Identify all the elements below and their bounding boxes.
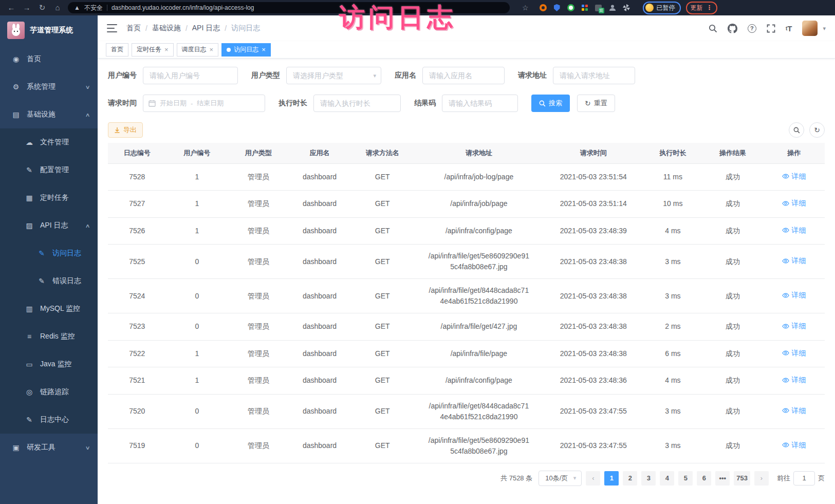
pagination: 共 7528 条 10条/页 ▾ ‹ 123456•••753 › 前往 页 <box>108 471 825 491</box>
search-button[interactable]: 搜索 <box>531 95 570 112</box>
user-id-input[interactable] <box>143 67 238 84</box>
extension-shield-icon[interactable] <box>553 4 561 12</box>
detail-link[interactable]: 详细 <box>782 321 806 331</box>
detail-link[interactable]: 详细 <box>782 375 806 385</box>
app-name-input[interactable] <box>422 67 505 84</box>
page-button-3[interactable]: 3 <box>641 471 656 486</box>
reload-icon[interactable]: ↻ <box>37 0 47 15</box>
fullscreen-icon[interactable] <box>767 24 775 33</box>
close-icon[interactable]: × <box>210 46 214 53</box>
detail-link[interactable]: 详细 <box>782 440 806 451</box>
sidebar-toggle-icon[interactable] <box>107 24 117 32</box>
result-code-input[interactable] <box>442 95 518 112</box>
sidebar-item-Redis 监控[interactable]: ≡Redis 监控 <box>0 323 98 350</box>
detail-link[interactable]: 详细 <box>782 225 806 236</box>
eye-icon <box>782 257 789 265</box>
page-button-1[interactable]: 1 <box>604 471 619 486</box>
date-range-picker[interactable]: 开始日期 - 结束日期 <box>143 95 265 112</box>
browser-profile-button[interactable]: 已暂停 <box>643 2 681 14</box>
duration-input[interactable] <box>313 95 401 112</box>
cell-操作结果: 成功 <box>702 367 763 395</box>
detail-link[interactable]: 详细 <box>782 405 806 416</box>
sidebar-item-配置管理[interactable]: ✎配置管理 <box>0 156 98 184</box>
page-button-4[interactable]: 4 <box>660 471 674 486</box>
user-avatar[interactable] <box>802 21 818 36</box>
search-icon[interactable] <box>709 24 717 33</box>
extension-green-circle-icon[interactable] <box>567 4 575 12</box>
detail-link[interactable]: 详细 <box>782 290 806 301</box>
breadcrumb-item[interactable]: API 日志 <box>192 24 220 33</box>
breadcrumb-item[interactable]: 首页 <box>126 24 141 33</box>
sidebar-item-Java 监控[interactable]: ▭Java 监控 <box>0 350 98 378</box>
refresh-table-button[interactable]: ↻ <box>809 122 825 138</box>
toggle-search-button[interactable] <box>789 122 804 138</box>
browser-update-button[interactable]: 更新 ⋮ <box>686 2 717 14</box>
detail-link[interactable]: 详细 <box>782 198 806 209</box>
next-page-button[interactable]: › <box>754 471 769 486</box>
prev-page-button[interactable]: ‹ <box>586 471 600 486</box>
font-size-icon[interactable]: tT <box>786 24 792 33</box>
forward-icon[interactable]: → <box>22 0 32 15</box>
close-icon[interactable]: × <box>262 46 266 53</box>
more-pages-button[interactable]: ••• <box>715 471 730 486</box>
sidebar-item-定时任务[interactable]: ▦定时任务 <box>0 184 98 212</box>
sidebar-item-错误日志[interactable]: ✎错误日志 <box>0 267 98 295</box>
docs-help-icon[interactable]: ? <box>748 24 756 33</box>
sidebar-item-首页[interactable]: ◉首页 <box>0 45 98 73</box>
cell-操作结果: 成功 <box>702 163 763 191</box>
eye-icon <box>782 377 789 384</box>
user-id-label: 用户编号 <box>108 71 137 80</box>
tag-调度日志[interactable]: 调度日志× <box>177 43 219 57</box>
extension-grid-icon[interactable] <box>581 4 589 12</box>
cell-应用名: dashboard <box>289 313 350 341</box>
error-log-icon: ✎ <box>37 277 46 285</box>
extension-pinwheel-icon[interactable] <box>622 4 630 12</box>
page-button-2[interactable]: 2 <box>623 471 637 486</box>
export-button[interactable]: 导出 <box>108 122 143 138</box>
sidebar-logo[interactable]: 芋道管理系统 <box>0 15 98 45</box>
cell-请求地址: /api/infra/job/page <box>415 191 543 218</box>
page-button-5[interactable]: 5 <box>678 471 693 486</box>
detail-link[interactable]: 详细 <box>782 348 806 359</box>
chevron-down-icon[interactable]: ▾ <box>823 25 826 32</box>
extension-donut-icon[interactable] <box>539 4 547 12</box>
address-bar[interactable]: ▲ 不安全 dashboard.yudao.iocoder.cn/infra/l… <box>68 2 510 13</box>
bookmark-star-icon[interactable]: ☆ <box>522 4 529 12</box>
sidebar-item-API 日志[interactable]: ▨API 日志∧ <box>0 212 98 239</box>
cell-用户类型: 管理员 <box>228 245 289 279</box>
sidebar-item-label: API 日志 <box>40 221 68 230</box>
close-icon[interactable]: × <box>164 46 169 53</box>
table-row: 75190管理员dashboardGET/api/infra/file/get/… <box>108 428 825 463</box>
goto-page-input[interactable] <box>793 471 815 486</box>
page-button-753[interactable]: 753 <box>734 471 750 486</box>
page-size-select[interactable]: 10条/页 ▾ <box>539 471 582 486</box>
access-log-icon: ✎ <box>37 249 46 257</box>
cell-actions: 详细 <box>764 191 825 218</box>
sidebar-item-基础设施[interactable]: ▤基础设施∧ <box>0 101 98 128</box>
tag-定时任务[interactable]: 定时任务× <box>132 43 174 57</box>
sidebar-item-MySQL 监控[interactable]: ▥MySQL 监控 <box>0 295 98 323</box>
sidebar-item-链路追踪[interactable]: ◎链路追踪 <box>0 378 98 406</box>
tag-首页[interactable]: 首页 <box>106 43 128 57</box>
tag-访问日志[interactable]: 访问日志× <box>221 43 271 57</box>
back-icon[interactable]: ← <box>6 0 16 15</box>
request-url-input[interactable] <box>553 67 635 84</box>
user-type-select[interactable] <box>286 67 381 84</box>
sidebar-item-研发工具[interactable]: ▣研发工具∨ <box>0 434 98 461</box>
sidebar-item-系统管理[interactable]: ⚙系统管理∨ <box>0 73 98 101</box>
page-button-6[interactable]: 6 <box>697 471 711 486</box>
browser-menu-icon[interactable]: ⋮ <box>707 4 713 11</box>
detail-link[interactable]: 详细 <box>782 255 806 266</box>
home-icon[interactable]: ⌂ <box>52 0 63 15</box>
detail-link[interactable]: 详细 <box>782 171 806 182</box>
breadcrumb-item[interactable]: 基础设施 <box>152 24 181 33</box>
sidebar-item-访问日志[interactable]: ✎访问日志 <box>0 239 98 267</box>
extension-person-icon[interactable] <box>608 4 617 12</box>
sidebar-item-文件管理[interactable]: ☁文件管理 <box>0 128 98 156</box>
sidebar-item-日志中心[interactable]: ✎日志中心 <box>0 406 98 434</box>
column-header-用户编号: 用户编号 <box>166 143 228 163</box>
column-header-操作结果: 操作结果 <box>702 143 763 163</box>
reset-button[interactable]: ↻ 重置 <box>577 95 615 112</box>
github-icon[interactable] <box>728 24 737 33</box>
extension-translate-icon[interactable]: 简 <box>595 4 603 12</box>
